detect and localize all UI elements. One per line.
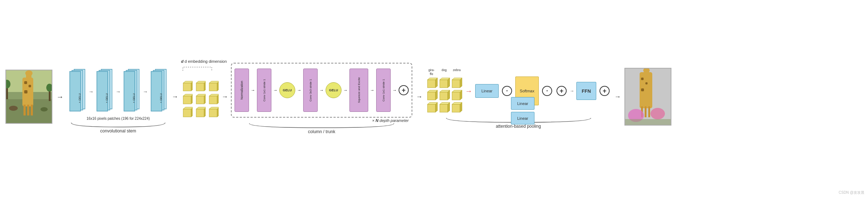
svg-rect-71	[427, 104, 435, 112]
token-cube-3a	[451, 78, 462, 89]
cube-7	[181, 107, 193, 118]
output-image	[624, 68, 671, 126]
arrow-n-to-c1: →	[251, 88, 255, 93]
conv-block-4: Conv 3x3 stride 2 + GELU	[149, 67, 169, 116]
d-bracket-svg	[181, 65, 214, 73]
token-maps: gira-ffe dog zebra	[426, 68, 462, 113]
cube-4	[181, 94, 193, 105]
svg-rect-53	[209, 96, 217, 104]
gelu-2: GELU	[326, 82, 341, 98]
svg-rect-77	[440, 92, 448, 100]
conv-block-3-svg: Conv 3x3 stride 2 + GELU	[122, 67, 142, 114]
cube-2	[194, 81, 206, 92]
softmax-label: Softmax	[520, 89, 534, 93]
svg-rect-41	[196, 83, 204, 91]
dot-multiply-1: ·	[502, 86, 512, 96]
svg-rect-68	[427, 92, 435, 100]
token-cube-1c	[426, 102, 438, 114]
svg-marker-52	[204, 94, 206, 104]
conv1x1-block-1: Conv 1x1 stride 1	[257, 69, 271, 112]
arrow-gelu1-to-c3: →	[297, 88, 301, 93]
svg-marker-45	[209, 81, 219, 83]
linear-q-label: Linear	[481, 89, 493, 93]
svg-marker-49	[191, 94, 193, 104]
svg-rect-35	[151, 71, 162, 111]
ffn-block: FFN	[576, 82, 596, 100]
gelu-label-2: GELU	[329, 88, 338, 92]
svg-rect-101	[648, 106, 650, 117]
conv-stem-brace-svg	[68, 122, 169, 128]
se-block: Squeeze and Excite	[349, 69, 368, 112]
svg-point-13	[40, 107, 48, 111]
linear-v-label: Linear	[517, 116, 528, 121]
trunk-brace-svg	[246, 123, 398, 129]
plus-circle-attn: +	[557, 86, 567, 96]
conv-block-4-svg: Conv 3x3 stride 2 + GELU	[149, 67, 169, 114]
cube-grid	[181, 81, 219, 118]
conv-stem-brace: convolutional stem	[68, 122, 169, 133]
svg-marker-70	[435, 90, 438, 100]
linear-k: Linear	[511, 97, 534, 110]
cube-9	[207, 107, 219, 118]
arrow-c3-to-gelu2: →	[319, 88, 324, 93]
conv3x3-block: Conv 3x3 stride 1	[303, 69, 318, 112]
svg-rect-10	[27, 105, 29, 115]
svg-point-5	[25, 70, 33, 76]
cube-3	[207, 81, 219, 92]
trunk-label: column / trunk	[308, 129, 335, 134]
attention-section: gira-ffe dog zebra	[426, 65, 611, 128]
svg-marker-58	[191, 107, 193, 117]
svg-marker-54	[209, 94, 219, 96]
arrow-final: →	[614, 93, 621, 101]
svg-rect-97	[645, 82, 648, 84]
svg-rect-100	[645, 106, 646, 117]
conv-stem-label: convolutional stem	[100, 128, 136, 133]
svg-marker-42	[196, 81, 206, 83]
svg-marker-79	[448, 90, 450, 100]
embedding-dim-label: d d embedding dimension	[181, 59, 227, 64]
svg-rect-44	[209, 83, 217, 91]
svg-rect-96	[641, 78, 644, 80]
svg-rect-104	[625, 119, 671, 126]
token-cube-2b	[438, 90, 450, 101]
svg-rect-59	[196, 109, 204, 117]
svg-rect-7	[29, 85, 31, 87]
arrow-gelu2-to-se: →	[343, 88, 348, 93]
conv1x1-label-1: Conv 1x1 stride 1	[263, 79, 266, 101]
svg-marker-39	[183, 81, 193, 83]
svg-rect-86	[452, 92, 460, 100]
svg-rect-25	[97, 71, 108, 111]
svg-marker-51	[196, 94, 206, 96]
svg-marker-48	[183, 94, 193, 96]
plus-circle-trunk: +	[399, 85, 409, 95]
cube-1	[181, 81, 193, 92]
svg-rect-38	[183, 83, 191, 91]
svg-rect-30	[124, 71, 135, 111]
svg-rect-98	[641, 88, 644, 91]
svg-marker-91	[460, 102, 462, 112]
svg-rect-65	[427, 80, 435, 88]
svg-marker-64	[217, 107, 219, 117]
token-label-dog: dog	[439, 68, 450, 75]
svg-text:+ GELU: + GELU	[159, 93, 163, 103]
arrow-se-to-c1-2: →	[370, 88, 374, 93]
svg-point-103	[650, 108, 665, 119]
token-cube-3c	[451, 102, 462, 114]
trunk-box: Normalization → Conv 1x1 stride 1 → GELU…	[231, 63, 412, 118]
arrow-c1: →	[89, 89, 94, 95]
dot-multiply-2: ·	[542, 86, 552, 96]
conv-block-3: Conv 3x3 stride 2 + GELU	[122, 67, 142, 116]
svg-text:+ GELU: + GELU	[78, 93, 81, 103]
svg-marker-61	[204, 107, 206, 117]
svg-marker-63	[209, 107, 219, 109]
gelu-label-1: GELU	[283, 88, 292, 92]
conv-blocks-row: Conv 3x3 stride 2 + GELU → Conv 3x3 stri…	[68, 67, 169, 116]
svg-marker-67	[435, 78, 438, 88]
conv-block-1: Conv 3x3 stride 2 + GELU	[68, 67, 87, 116]
arrow-fm-to-trunk: →	[222, 93, 228, 101]
input-image-svg	[6, 70, 52, 124]
token-label-zebra: zebra	[451, 68, 462, 75]
cube-8	[194, 107, 206, 118]
token-label-giraffe: gira-ffe	[426, 68, 437, 75]
svg-rect-83	[452, 80, 460, 88]
